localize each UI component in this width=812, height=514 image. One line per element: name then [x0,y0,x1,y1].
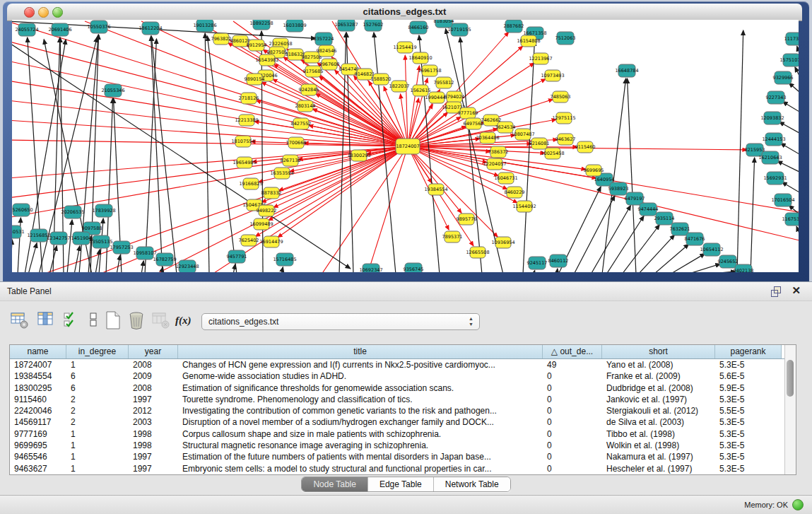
cell-in_degree[interactable]: 2 [66,394,129,405]
network-canvas[interactable]: 1872400724055724206914061055037618612204… [12,20,799,272]
cell-in_degree[interactable]: 2 [66,416,129,428]
cell-out_degree[interactable]: 0 [543,463,602,474]
cell-name[interactable]: 9463627 [10,463,66,474]
cell-name[interactable]: 18724007 [10,359,66,370]
cell-out_degree[interactable]: 0 [543,405,602,416]
cell-year[interactable]: 2012 [129,405,178,416]
cell-year[interactable]: 1997 [129,463,178,474]
cell-year[interactable]: 1998 [129,440,178,451]
cell-title[interactable]: Estimation of the future numbers of pati… [178,451,543,462]
cell-year[interactable]: 1997 [129,451,178,462]
cell-year[interactable]: 2009 [129,370,178,382]
cell-name[interactable]: 19384554 [10,370,66,382]
cell-name[interactable]: 14569117 [10,416,66,428]
table-row[interactable]: 977716911998Corpus callosum shape and si… [10,428,785,440]
cell-short[interactable]: Dudbridge et al. (2008) [602,382,715,394]
cell-pagerank[interactable]: 5.3E-5 [715,451,782,462]
new-file-icon[interactable] [103,310,123,330]
cell-pagerank[interactable]: 5.3E-5 [715,428,782,440]
cell-year[interactable]: 2008 [129,359,178,370]
cell-out_degree[interactable]: 0 [543,394,602,405]
tab-edge-table[interactable]: Edge Table [368,477,434,491]
cell-year[interactable]: 1997 [129,394,178,405]
table-row[interactable]: 2242004622012Investigating the contribut… [10,405,785,416]
tab-network-table[interactable]: Network Table [434,477,510,491]
cell-pagerank[interactable]: 5.9E-5 [715,382,782,394]
cell-in_degree[interactable]: 1 [66,428,129,440]
cell-out_degree[interactable]: 0 [543,428,602,440]
cell-in_degree[interactable]: 1 [66,463,129,474]
cell-out_degree[interactable]: 0 [543,451,602,462]
cell-short[interactable]: Stergiakouli et al. (2012) [602,405,715,416]
table-row[interactable]: 911546021997Tourette syndrome. Phenomeno… [10,394,785,405]
table-row[interactable]: 1830029562008Estimation of significance … [10,382,785,394]
cell-in_degree[interactable]: 6 [66,370,129,382]
column-header-in_degree[interactable]: in_degree [66,345,129,358]
cell-title[interactable]: Disruption of a novel member of a sodium… [178,416,543,428]
vertical-scrollbar[interactable] [784,345,796,474]
table-row[interactable]: 1872400712008Changes of HCN gene express… [10,359,785,370]
cell-short[interactable]: Wolkin et al. (1998) [602,440,715,451]
cell-out_degree[interactable]: 49 [543,359,602,370]
cell-in_degree[interactable]: 1 [66,451,129,462]
cell-pagerank[interactable]: 5.3E-5 [715,416,782,428]
cell-name[interactable]: 9465546 [10,451,66,462]
cell-in_degree[interactable]: 2 [66,405,129,416]
window-titlebar[interactable]: citations_edges.txt [7,4,802,21]
cell-in_degree[interactable]: 1 [66,359,129,370]
column-visibility-icon[interactable] [37,310,57,330]
table-options-icon[interactable] [10,310,30,330]
cell-in_degree[interactable]: 1 [66,440,129,451]
column-header-pagerank[interactable]: pagerank [715,345,782,358]
cell-short[interactable]: de Silva et al. (2003) [602,416,715,428]
column-header-name[interactable]: name [10,345,66,358]
cell-pagerank[interactable]: 5.3E-5 [715,359,782,370]
float-window-icon[interactable] [771,286,781,296]
column-header-out_de[interactable]: △ out_de... [543,345,602,358]
memory-status-icon[interactable] [792,499,804,510]
cell-title[interactable]: Investigating the contribution of common… [178,405,543,416]
cell-name[interactable]: 9699695 [10,440,66,451]
cell-name[interactable]: 9115460 [10,394,66,405]
cell-out_degree[interactable]: 0 [543,382,602,394]
cell-short[interactable]: Franke et al. (2009) [602,370,715,382]
cell-short[interactable]: Tibbo et al. (1998) [602,428,715,440]
combo-stepper-icon[interactable]: ▲▼ [469,316,473,327]
tab-node-table[interactable]: Node Table [302,477,368,491]
cell-year[interactable]: 2008 [129,382,178,394]
table-row[interactable]: 946362711997Embryonic stem cells: a mode… [10,463,785,474]
column-header-year[interactable]: year [129,345,178,358]
cell-year[interactable]: 2003 [129,416,178,428]
cell-pagerank[interactable]: 5.3E-5 [715,440,782,451]
cell-name[interactable]: 22420046 [10,405,66,416]
column-header-short[interactable]: short [602,345,715,358]
cell-short[interactable]: Jankovic et al. (1997) [602,394,715,405]
cell-pagerank[interactable]: 5.6E-5 [715,370,782,382]
cell-pagerank[interactable]: 5.3E-5 [715,463,782,474]
cell-title[interactable]: Embryonic stem cells: a model to study s… [178,463,543,474]
cell-pagerank[interactable]: 5.3E-5 [715,394,782,405]
network-svg[interactable]: 1872400724055724206914061055037618612204… [12,20,799,272]
cell-name[interactable]: 9777169 [10,428,66,440]
cell-title[interactable]: Estimation of significance thresholds fo… [178,382,543,394]
cell-title[interactable]: Corpus callosum shape and size in male p… [178,428,543,440]
cell-out_degree[interactable]: 0 [543,440,602,451]
cell-out_degree[interactable]: 0 [543,416,602,428]
table-row[interactable]: 946554611997Estimation of the future num… [10,451,785,462]
cell-name[interactable]: 18300295 [10,382,66,394]
cell-short[interactable]: Hescheler et al. (1997) [602,463,715,474]
column-header-title[interactable]: title [178,345,543,358]
column-select-checks-icon[interactable] [62,310,82,330]
table-row[interactable]: 969969511998Structural magnetic resonanc… [10,440,785,451]
table-selector-combobox[interactable]: citations_edges.txt ▲▼ [201,313,480,330]
cell-short[interactable]: Nakamura et al. (1997) [602,451,715,462]
cell-title[interactable]: Tourette syndrome. Phenomenology and cla… [178,394,543,405]
function-builder-icon[interactable]: f(x) [175,315,192,327]
cell-title[interactable]: Genome-wide association studies in ADHD. [178,370,543,382]
trash-icon[interactable] [127,310,147,330]
row-domino-icon[interactable] [85,310,105,330]
cell-out_degree[interactable]: 0 [543,370,602,382]
cell-year[interactable]: 1998 [129,428,178,440]
cell-title[interactable]: Changes of HCN gene expression and I(f) … [178,359,543,370]
scrollbar-thumb[interactable] [787,360,794,397]
